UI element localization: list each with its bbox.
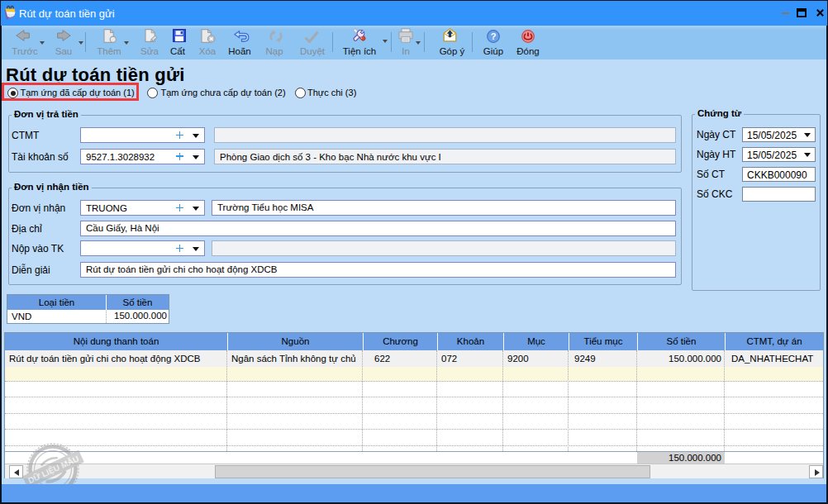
svg-text:?: ?	[491, 31, 497, 41]
